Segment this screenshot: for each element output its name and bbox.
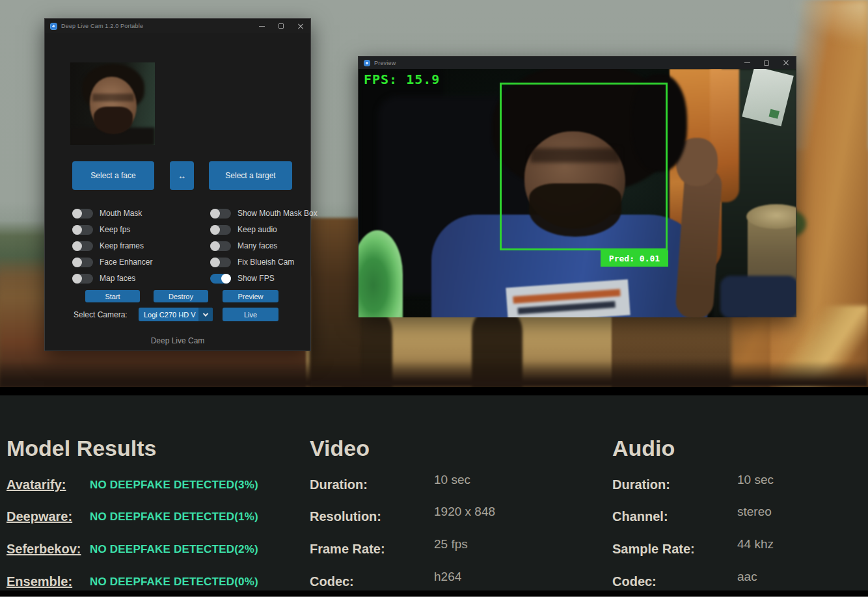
audio-duration-value: 10 sec <box>737 473 774 487</box>
maximize-icon <box>764 60 769 66</box>
swap-faces-button[interactable]: ↔ <box>170 161 194 190</box>
close-button[interactable] <box>291 19 310 33</box>
toggle-label: Map faces <box>100 274 135 283</box>
audio-info-row: Codec: aac <box>612 574 657 589</box>
toggle-label: Fix Blueish Cam <box>237 258 294 267</box>
select-face-button[interactable]: Select a face <box>72 161 154 190</box>
audio-info-row: Duration: 10 sec <box>612 477 670 492</box>
destroy-button[interactable]: Destroy <box>154 290 208 302</box>
video-framerate-label: Frame Rate: <box>310 542 385 556</box>
switch-off-icon[interactable] <box>72 274 93 284</box>
toggle-many-faces[interactable]: Many faces <box>210 240 277 252</box>
video-info-row: Duration: 10 sec <box>310 477 368 492</box>
deep-live-cam-window: Deep Live Cam 1.2.0 Portable Select a fa… <box>44 18 311 351</box>
app-icon <box>50 23 57 30</box>
toggle-keep-fps[interactable]: Keep fps <box>72 224 130 235</box>
preview-button[interactable]: Preview <box>223 290 278 302</box>
wallpaper-corner-light <box>790 0 868 46</box>
start-button[interactable]: Start <box>85 290 140 302</box>
toggle-mouth-mask[interactable]: Mouth Mask <box>72 207 142 219</box>
camera-dropdown-value: Logi C270 HD V <box>139 311 198 319</box>
video-codec-label: Codec: <box>310 574 354 589</box>
toggle-fix-blueish-cam[interactable]: Fix Blueish Cam <box>210 256 294 268</box>
close-button[interactable] <box>776 57 796 69</box>
model-name-seferbekov[interactable]: Seferbekov: <box>7 542 81 556</box>
video-info-row: Frame Rate: 25 fps <box>310 542 385 557</box>
switch-off-icon[interactable] <box>210 241 231 251</box>
switch-off-icon[interactable] <box>72 225 93 235</box>
maximize-icon <box>278 23 284 29</box>
live-button[interactable]: Live <box>223 308 278 321</box>
switch-off-icon[interactable] <box>72 241 93 251</box>
prediction-badge: Pred: 0.01 <box>601 250 668 267</box>
video-resolution-label: Resolution: <box>310 509 381 524</box>
select-camera-label: Select Camera: <box>74 310 128 319</box>
model-result-row: Deepware: NO DEEPFAKE DETECTED(1%) <box>7 509 72 524</box>
video-resolution-value: 1920 x 848 <box>434 505 495 519</box>
toggle-label: Mouth Mask <box>100 209 142 218</box>
toggle-show-mouth-mask-box[interactable]: Show Mouth Mask Box <box>210 207 318 219</box>
audio-codec-label: Codec: <box>612 574 657 589</box>
toggle-show-fps[interactable]: Show FPS <box>210 272 275 284</box>
camera-dropdown[interactable]: Logi C270 HD V <box>139 308 213 321</box>
toggle-map-faces[interactable]: Map faces <box>72 272 135 284</box>
video-info-row: Resolution: 1920 x 848 <box>310 509 381 524</box>
toggle-keep-frames[interactable]: Keep frames <box>72 240 144 252</box>
model-result-row: Avatarify: NO DEEPFAKE DETECTED(3%) <box>7 477 66 492</box>
source-face-eyes <box>92 94 134 101</box>
toggle-label: Keep fps <box>100 225 130 234</box>
scene-paper-qr <box>768 109 779 119</box>
maximize-button[interactable] <box>757 57 776 69</box>
scene-denim-bag <box>720 276 796 317</box>
webcam-preview-frame: FPS: 15.9 Pred: 0.01 <box>359 69 796 317</box>
audio-samplerate-label: Sample Rate: <box>612 542 695 556</box>
preview-window: Preview <box>358 56 796 317</box>
toggle-face-enhancer[interactable]: Face Enhancer <box>72 256 152 268</box>
toggle-label: Keep audio <box>237 225 277 234</box>
close-icon <box>297 23 304 29</box>
toggle-label: Face Enhancer <box>100 258 152 267</box>
model-results-title: Model Results <box>7 436 156 461</box>
analysis-panel: Model Results Avatarify: NO DEEPFAKE DET… <box>0 395 868 590</box>
switch-off-icon[interactable] <box>72 258 93 267</box>
video-codec-value: h264 <box>434 570 461 584</box>
chevron-down-icon <box>203 311 208 316</box>
model-result-value: NO DEEPFAKE DETECTED(2%) <box>90 543 258 556</box>
source-face-image <box>70 62 155 145</box>
source-face-beard <box>94 107 133 134</box>
switch-off-icon[interactable] <box>210 209 231 219</box>
video-duration-value: 10 sec <box>434 473 470 487</box>
camera-dropdown-cap[interactable] <box>198 308 213 321</box>
model-name-ensemble[interactable]: Ensemble: <box>7 574 72 589</box>
model-result-row: Seferbekov: NO DEEPFAKE DETECTED(2%) <box>7 542 81 557</box>
switch-off-icon[interactable] <box>210 258 231 267</box>
audio-info-row: Sample Rate: 44 khz <box>612 542 695 557</box>
audio-samplerate-value: 44 khz <box>737 537 774 551</box>
audio-duration-label: Duration: <box>612 477 670 492</box>
toggle-label: Many faces <box>237 241 277 250</box>
switch-on-icon[interactable] <box>210 274 231 284</box>
audio-channel-label: Channel: <box>612 509 668 524</box>
face-detection-box <box>500 83 668 250</box>
video-framerate-value: 25 fps <box>434 537 468 551</box>
panel-bottom-separator <box>0 590 868 597</box>
main-title-bar[interactable]: Deep Live Cam 1.2.0 Portable <box>45 19 310 33</box>
audio-info-row: Channel: stereo <box>612 509 668 524</box>
minimize-icon <box>259 26 265 27</box>
app-footer-label: Deep Live Cam <box>45 336 310 345</box>
preview-title-bar[interactable]: Preview <box>359 57 796 69</box>
select-target-button[interactable]: Select a target <box>209 161 292 190</box>
video-info-row: Codec: h264 <box>310 574 354 589</box>
minimize-button[interactable] <box>252 19 271 33</box>
audio-channel-value: stereo <box>737 505 772 519</box>
toggle-keep-audio[interactable]: Keep audio <box>210 224 277 235</box>
maximize-button[interactable] <box>271 19 291 33</box>
minimize-button[interactable] <box>737 57 757 69</box>
model-name-deepware[interactable]: Deepware: <box>7 509 72 524</box>
switch-off-icon[interactable] <box>210 225 231 235</box>
toggle-label: Show FPS <box>237 274 275 283</box>
model-result-row: Ensemble: NO DEEPFAKE DETECTED(0%) <box>7 574 72 589</box>
switch-off-icon[interactable] <box>72 209 93 219</box>
model-name-avatarify[interactable]: Avatarify: <box>7 477 66 492</box>
audio-section-title: Audio <box>612 436 675 461</box>
